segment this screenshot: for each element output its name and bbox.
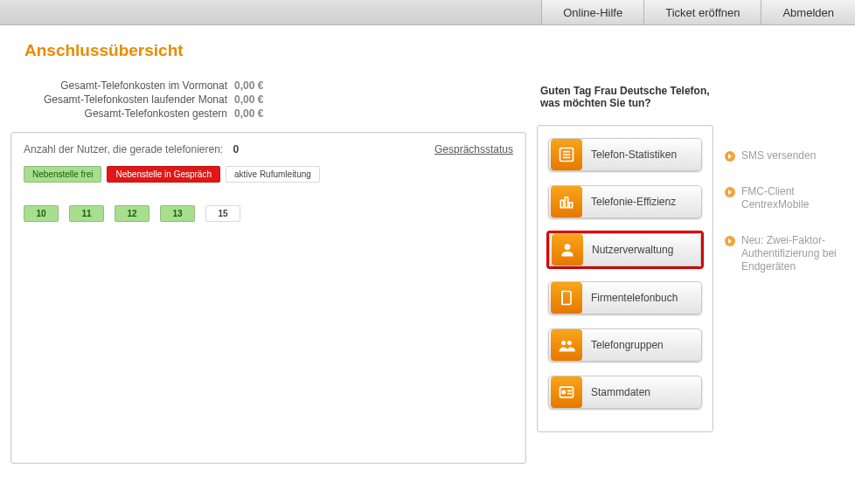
menu-item-users-wrap: Nutzerverwaltung	[546, 231, 704, 269]
cost-label: Gesamt-Telefonkosten laufender Monat	[10, 93, 234, 106]
menu-label: Telefongruppen	[591, 339, 664, 351]
left-column: Gesamt-Telefonkosten im Vormonat 0,00 € …	[10, 74, 526, 464]
greeting-text: Guten Tag Frau Deutsche Telefon, was möc…	[537, 74, 713, 125]
legend-free: Nebenstelle frei	[24, 166, 101, 183]
nav-ticket-button[interactable]: Ticket eröffnen	[643, 0, 761, 24]
menu-item-book-wrap: Firmentelefonbuch	[546, 280, 704, 316]
svg-rect-3	[569, 203, 572, 208]
extension-11[interactable]: 11	[69, 205, 104, 222]
top-navigation: Online-Hilfe Ticket eröffnen Abmelden	[0, 0, 855, 25]
panel-top: Anzahl der Nutzer, die gerade telefonier…	[24, 143, 513, 155]
tip-text: FMC-Client CentrexMobile	[741, 185, 845, 211]
extension-15[interactable]: 15	[205, 205, 240, 222]
cost-value: 0,00 €	[234, 93, 263, 106]
greeting-line2: was möchten Sie tun?	[540, 97, 710, 109]
stats-icon	[551, 139, 582, 170]
menu-item-groups-wrap: Telefongruppen	[546, 327, 704, 363]
arrow-right-icon	[724, 235, 736, 247]
active-user-count: Anzahl der Nutzer, die gerade telefonier…	[24, 143, 239, 155]
page-header: Anschlussübersicht	[0, 25, 855, 72]
tip-link[interactable]: FMC-Client CentrexMobile	[724, 185, 845, 211]
count-label: Anzahl der Nutzer, die gerade telefonier…	[24, 143, 223, 155]
menu-label: Telefonie-Effizienz	[591, 196, 676, 208]
cost-value: 0,00 €	[234, 107, 263, 120]
menu-stats-button[interactable]: Telefon-Statistiken	[548, 138, 702, 171]
arrow-right-icon	[724, 150, 736, 162]
nav-logout-button[interactable]: Abmelden	[761, 0, 855, 24]
tip-text: Neu: Zwei-Faktor-Authentifizierung bei E…	[741, 234, 845, 273]
menu-label: Stammdaten	[591, 386, 650, 398]
extension-12[interactable]: 12	[115, 205, 149, 222]
call-status-link[interactable]: Gesprächsstatus	[434, 143, 513, 155]
menu-item-eff-wrap: Telefonie-Effizienz	[546, 183, 704, 220]
legend-busy: Nebenstelle in Gespräch	[107, 166, 220, 183]
svg-rect-1	[560, 200, 563, 207]
greeting-line1: Guten Tag Frau Deutsche Telefon,	[540, 85, 710, 97]
page-title: Anschlussübersicht	[24, 41, 831, 60]
svg-rect-2	[565, 197, 567, 208]
master-icon	[551, 376, 582, 408]
menu-item-master-wrap: Stammdaten	[546, 374, 704, 411]
cost-value: 0,00 €	[234, 79, 263, 92]
extension-10[interactable]: 10	[24, 205, 59, 222]
extension-list: 1011121315	[24, 205, 513, 222]
users-icon	[552, 234, 583, 266]
menu-eff-button[interactable]: Telefonie-Effizienz	[548, 185, 702, 218]
menu-users-button[interactable]: Nutzerverwaltung	[549, 233, 701, 266]
status-legend: Nebenstelle frei Nebenstelle in Gespräch…	[24, 166, 513, 183]
menu-label: Nutzerverwaltung	[592, 244, 673, 256]
menu-panel: Telefon-StatistikenTelefonie-EffizienzNu…	[537, 125, 713, 432]
menu-item-stats-wrap: Telefon-Statistiken	[546, 136, 704, 173]
tip-link[interactable]: SMS versenden	[724, 149, 845, 162]
tip-link[interactable]: Neu: Zwei-Faktor-Authentifizierung bei E…	[724, 234, 845, 273]
svg-point-5	[561, 341, 566, 345]
cost-summary: Gesamt-Telefonkosten im Vormonat 0,00 € …	[10, 74, 526, 132]
cost-label: Gesamt-Telefonkosten gestern	[10, 107, 234, 120]
menu-label: Firmentelefonbuch	[591, 292, 678, 304]
svg-point-8	[562, 390, 565, 393]
nav-help-button[interactable]: Online-Hilfe	[541, 0, 643, 24]
svg-point-6	[567, 341, 572, 345]
tip-text: SMS versenden	[741, 149, 816, 162]
menu-groups-button[interactable]: Telefongruppen	[548, 328, 702, 362]
menu-book-button[interactable]: Firmentelefonbuch	[548, 281, 702, 314]
right-column: SMS versendenFMC-Client CentrexMobileNeu…	[724, 74, 845, 296]
eff-icon	[551, 186, 582, 217]
cost-label: Gesamt-Telefonkosten im Vormonat	[10, 79, 234, 92]
middle-column: Guten Tag Frau Deutsche Telefon, was möc…	[537, 74, 713, 432]
arrow-right-icon	[724, 186, 736, 198]
extension-13[interactable]: 13	[160, 205, 195, 222]
main-columns: Gesamt-Telefonkosten im Vormonat 0,00 € …	[0, 72, 855, 474]
menu-label: Telefon-Statistiken	[591, 148, 677, 161]
extensions-panel: Anzahl der Nutzer, die gerade telefonier…	[10, 132, 526, 464]
cost-row: Gesamt-Telefonkosten laufender Monat 0,0…	[10, 93, 526, 106]
menu-master-button[interactable]: Stammdaten	[548, 376, 702, 409]
book-icon	[551, 282, 582, 314]
svg-point-4	[565, 244, 571, 250]
cost-row: Gesamt-Telefonkosten gestern 0,00 €	[10, 107, 526, 120]
cost-row: Gesamt-Telefonkosten im Vormonat 0,00 €	[10, 79, 526, 92]
count-value: 0	[233, 143, 240, 155]
legend-fwd: aktive Rufumleitung	[226, 166, 320, 183]
groups-icon	[551, 329, 582, 361]
